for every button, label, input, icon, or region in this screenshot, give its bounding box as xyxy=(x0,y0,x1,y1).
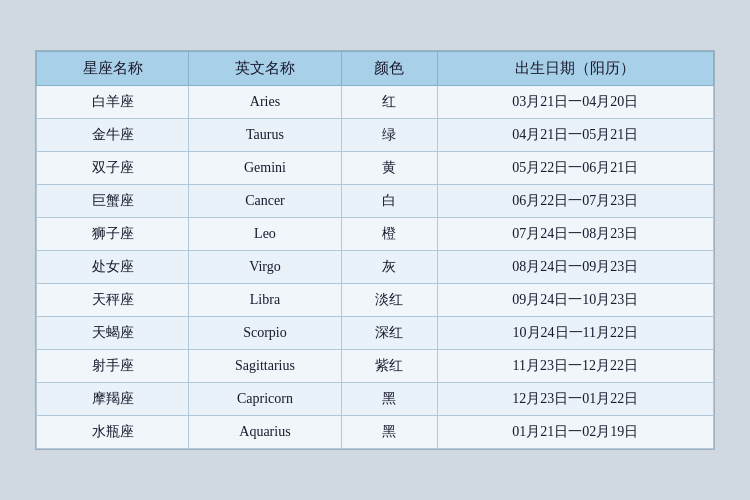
cell-english-name: Aquarius xyxy=(189,416,341,449)
zodiac-table-container: 星座名称 英文名称 颜色 出生日期（阳历） 白羊座Aries红03月21日一04… xyxy=(35,50,715,450)
cell-color: 黄 xyxy=(341,152,437,185)
table-row: 双子座Gemini黄05月22日一06月21日 xyxy=(37,152,714,185)
cell-dates: 06月22日一07月23日 xyxy=(437,185,713,218)
header-english-name: 英文名称 xyxy=(189,52,341,86)
cell-english-name: Leo xyxy=(189,218,341,251)
table-row: 水瓶座Aquarius黑01月21日一02月19日 xyxy=(37,416,714,449)
cell-color: 白 xyxy=(341,185,437,218)
cell-english-name: Sagittarius xyxy=(189,350,341,383)
cell-chinese-name: 处女座 xyxy=(37,251,189,284)
cell-color: 绿 xyxy=(341,119,437,152)
cell-english-name: Taurus xyxy=(189,119,341,152)
table-row: 天秤座Libra淡红09月24日一10月23日 xyxy=(37,284,714,317)
header-dates: 出生日期（阳历） xyxy=(437,52,713,86)
cell-chinese-name: 摩羯座 xyxy=(37,383,189,416)
cell-chinese-name: 金牛座 xyxy=(37,119,189,152)
table-row: 金牛座Taurus绿04月21日一05月21日 xyxy=(37,119,714,152)
cell-chinese-name: 天蝎座 xyxy=(37,317,189,350)
cell-color: 深红 xyxy=(341,317,437,350)
cell-dates: 08月24日一09月23日 xyxy=(437,251,713,284)
cell-chinese-name: 天秤座 xyxy=(37,284,189,317)
cell-english-name: Aries xyxy=(189,86,341,119)
header-color: 颜色 xyxy=(341,52,437,86)
table-row: 射手座Sagittarius紫红11月23日一12月22日 xyxy=(37,350,714,383)
cell-dates: 01月21日一02月19日 xyxy=(437,416,713,449)
cell-dates: 10月24日一11月22日 xyxy=(437,317,713,350)
cell-dates: 03月21日一04月20日 xyxy=(437,86,713,119)
cell-chinese-name: 双子座 xyxy=(37,152,189,185)
cell-english-name: Scorpio xyxy=(189,317,341,350)
cell-color: 黑 xyxy=(341,416,437,449)
cell-dates: 07月24日一08月23日 xyxy=(437,218,713,251)
cell-dates: 09月24日一10月23日 xyxy=(437,284,713,317)
cell-chinese-name: 巨蟹座 xyxy=(37,185,189,218)
table-row: 处女座Virgo灰08月24日一09月23日 xyxy=(37,251,714,284)
cell-chinese-name: 狮子座 xyxy=(37,218,189,251)
cell-chinese-name: 水瓶座 xyxy=(37,416,189,449)
cell-color: 淡红 xyxy=(341,284,437,317)
cell-color: 灰 xyxy=(341,251,437,284)
cell-english-name: Gemini xyxy=(189,152,341,185)
table-row: 天蝎座Scorpio深红10月24日一11月22日 xyxy=(37,317,714,350)
cell-dates: 12月23日一01月22日 xyxy=(437,383,713,416)
cell-color: 橙 xyxy=(341,218,437,251)
cell-dates: 05月22日一06月21日 xyxy=(437,152,713,185)
cell-color: 紫红 xyxy=(341,350,437,383)
table-body: 白羊座Aries红03月21日一04月20日金牛座Taurus绿04月21日一0… xyxy=(37,86,714,449)
cell-english-name: Virgo xyxy=(189,251,341,284)
cell-english-name: Cancer xyxy=(189,185,341,218)
table-row: 白羊座Aries红03月21日一04月20日 xyxy=(37,86,714,119)
cell-dates: 11月23日一12月22日 xyxy=(437,350,713,383)
table-row: 狮子座Leo橙07月24日一08月23日 xyxy=(37,218,714,251)
zodiac-table: 星座名称 英文名称 颜色 出生日期（阳历） 白羊座Aries红03月21日一04… xyxy=(36,51,714,449)
cell-english-name: Libra xyxy=(189,284,341,317)
cell-color: 黑 xyxy=(341,383,437,416)
cell-dates: 04月21日一05月21日 xyxy=(437,119,713,152)
header-chinese-name: 星座名称 xyxy=(37,52,189,86)
cell-color: 红 xyxy=(341,86,437,119)
table-row: 巨蟹座Cancer白06月22日一07月23日 xyxy=(37,185,714,218)
table-header-row: 星座名称 英文名称 颜色 出生日期（阳历） xyxy=(37,52,714,86)
table-row: 摩羯座Capricorn黑12月23日一01月22日 xyxy=(37,383,714,416)
cell-english-name: Capricorn xyxy=(189,383,341,416)
cell-chinese-name: 白羊座 xyxy=(37,86,189,119)
cell-chinese-name: 射手座 xyxy=(37,350,189,383)
